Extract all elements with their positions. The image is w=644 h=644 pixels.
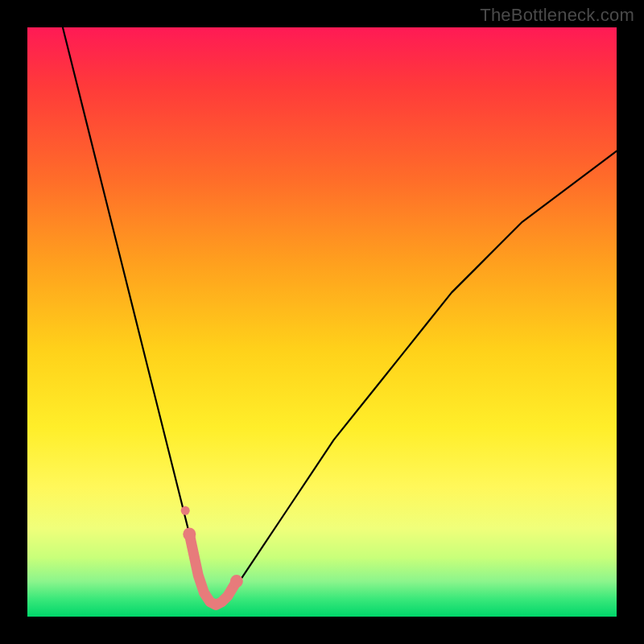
curve-layer — [27, 27, 617, 617]
highlighted-range — [181, 506, 243, 605]
marker-dot — [183, 528, 196, 541]
chart-frame: TheBottleneck.com — [0, 0, 644, 644]
marker-stroke — [189, 535, 237, 605]
plot-area — [27, 27, 617, 617]
marker-dot — [230, 575, 243, 588]
bottleneck-curve — [63, 27, 617, 605]
watermark-text: TheBottleneck.com — [480, 5, 634, 26]
marker-outlier-dot — [181, 506, 190, 515]
